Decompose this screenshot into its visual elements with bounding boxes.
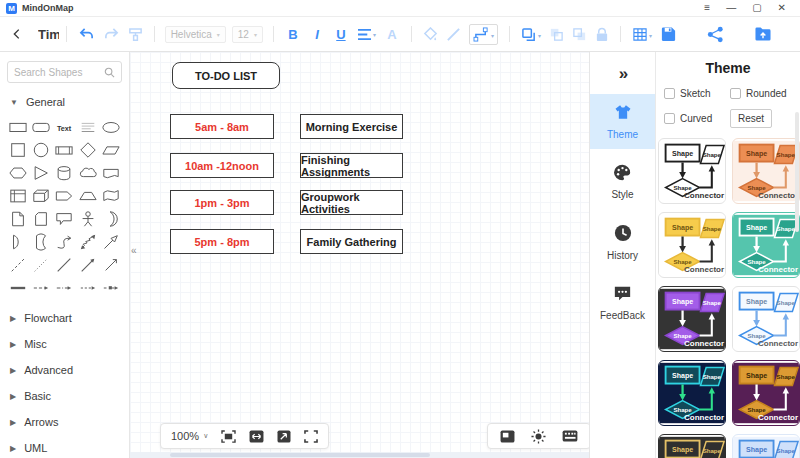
shape-semicircle[interactable]: [6, 232, 29, 251]
fit-selection-icon[interactable]: [221, 430, 236, 443]
theme-card-blue-outline[interactable]: Shape Shape Shape Connector: [732, 286, 800, 352]
shape-internal-storage[interactable]: [6, 186, 29, 205]
theme-card-charcoal-gold[interactable]: Shape Shape Shape Connector: [658, 434, 726, 458]
node-todo-list[interactable]: TO-DO LIST: [172, 62, 280, 89]
shape-rounded-rectangle[interactable]: [29, 117, 52, 136]
shape-square[interactable]: [6, 140, 29, 159]
checkbox-rounded[interactable]: Rounded: [730, 88, 796, 99]
duplicate-icon[interactable]: ▾: [521, 27, 541, 42]
theme-card-orange[interactable]: Shape Shape Shape Connector: [732, 138, 800, 204]
menu-icon[interactable]: ≡: [704, 3, 710, 13]
shape-arrow-line[interactable]: [76, 255, 99, 274]
sidebar-section-general[interactable]: ▼ General: [0, 89, 129, 115]
node-time[interactable]: 5pm - 8pm: [170, 229, 274, 254]
sidebar-section-arrows[interactable]: ▶Arrows: [0, 409, 129, 435]
node-task[interactable]: Finishing Assignments: [300, 153, 403, 178]
sidebar-section-basic[interactable]: ▶Basic: [0, 383, 129, 409]
node-time[interactable]: 1pm - 3pm: [170, 190, 274, 215]
shape-cloud[interactable]: [76, 163, 99, 182]
shape-text[interactable]: Text: [53, 117, 76, 136]
search-input[interactable]: [14, 67, 104, 78]
line-style-icon[interactable]: [446, 27, 461, 42]
minimap-icon[interactable]: [500, 430, 515, 443]
sidebar-section-advanced[interactable]: ▶Advanced: [0, 357, 129, 383]
shape-line[interactable]: [53, 255, 76, 274]
shape-flag[interactable]: [100, 186, 123, 205]
share-icon[interactable]: [707, 26, 724, 43]
shape-cylinder[interactable]: [53, 163, 76, 182]
node-task[interactable]: Family Gathering: [300, 229, 403, 254]
underline-icon[interactable]: U: [333, 27, 349, 42]
connector-type-icon[interactable]: ▾: [469, 24, 498, 45]
theme-card-charcoal-purple[interactable]: Shape Shape Shape Connector: [658, 286, 726, 352]
search-shapes-box[interactable]: [7, 61, 122, 83]
shape-process[interactable]: [53, 140, 76, 159]
scrollbar-thumb[interactable]: [170, 453, 430, 457]
checkbox-sketch[interactable]: Sketch: [664, 88, 730, 99]
bring-forward-icon[interactable]: [549, 27, 564, 42]
shape-curve-arrow[interactable]: [53, 232, 76, 251]
shape-dashed-arrow[interactable]: [76, 278, 99, 297]
shape-dotted-line[interactable]: [29, 255, 52, 274]
bold-icon[interactable]: B: [285, 27, 301, 42]
document-title[interactable]: Time ...: [38, 27, 59, 42]
theme-card-classic[interactable]: Shape Shape Shape Connector: [658, 138, 726, 204]
shape-callout[interactable]: [53, 209, 76, 228]
tab-feedback[interactable]: FeedBack: [590, 276, 655, 330]
tab-theme[interactable]: Theme: [590, 94, 655, 149]
reset-button[interactable]: Reset: [730, 109, 772, 128]
fit-page-icon[interactable]: [277, 430, 291, 443]
shape-document[interactable]: [6, 209, 29, 228]
shape-textbox[interactable]: [76, 117, 99, 136]
shape-thick-line[interactable]: [6, 278, 29, 297]
horizontal-scrollbar[interactable]: [130, 452, 589, 458]
node-task[interactable]: Groupwork Activities: [300, 190, 403, 215]
sidebar-section-misc[interactable]: ▶Misc: [0, 331, 129, 357]
node-time[interactable]: 5am - 8am: [170, 114, 274, 139]
tab-history[interactable]: History: [590, 215, 655, 270]
shape-trapezoid[interactable]: [76, 186, 99, 205]
font-color-icon[interactable]: A: [384, 27, 400, 42]
sidebar-section-flowchart[interactable]: ▶Flowchart: [0, 305, 129, 331]
collapse-sidebar-icon[interactable]: «: [131, 245, 137, 256]
sidebar-section-uml[interactable]: ▶UML: [0, 435, 129, 458]
fit-width-icon[interactable]: [249, 430, 264, 443]
theme-card-light-blue[interactable]: Shape Shape Shape Connector: [732, 434, 800, 458]
font-family-select[interactable]: Helvetica▾: [165, 26, 226, 43]
save-icon[interactable]: [660, 26, 677, 43]
shape-double-arrow[interactable]: [76, 232, 99, 251]
fullscreen-icon[interactable]: [304, 430, 318, 443]
shape-crescent[interactable]: [100, 209, 123, 228]
undo-icon[interactable]: [78, 27, 95, 42]
theme-card-yellow[interactable]: Shape Shape Shape Connector: [658, 212, 726, 278]
maximize-icon[interactable]: ▢: [752, 3, 761, 13]
node-task[interactable]: Morning Exercise: [300, 114, 403, 139]
fill-color-icon[interactable]: [423, 27, 438, 42]
redo-icon[interactable]: [103, 27, 120, 42]
shape-cube[interactable]: [29, 186, 52, 205]
shape-hexagon[interactable]: [6, 163, 29, 182]
shape-square-arrow[interactable]: [100, 278, 123, 297]
collapse-panel-icon[interactable]: »: [590, 52, 655, 94]
brightness-icon[interactable]: [531, 429, 546, 444]
minimize-icon[interactable]: —: [726, 3, 736, 13]
shape-diamond[interactable]: [76, 140, 99, 159]
export-folder-icon[interactable]: [754, 26, 772, 42]
theme-card-teal[interactable]: Shape Shape Shape Connector: [732, 212, 800, 278]
text-align-icon[interactable]: ▾: [357, 28, 376, 41]
shape-parallelogram[interactable]: [100, 140, 123, 159]
shape-block-arrow[interactable]: [100, 232, 123, 251]
vertical-scrollbar[interactable]: [795, 112, 799, 232]
font-size-select[interactable]: 12▾: [232, 26, 263, 43]
shape-circle[interactable]: [29, 140, 52, 159]
shape-triangle[interactable]: [29, 163, 52, 182]
shape-card[interactable]: [29, 209, 52, 228]
format-painter-icon[interactable]: [128, 27, 143, 42]
node-time[interactable]: 10am -12noon: [170, 153, 274, 178]
lock-icon[interactable]: [595, 27, 609, 42]
shape-dash-dot-arrow[interactable]: [53, 278, 76, 297]
zoom-level-select[interactable]: 100%∨: [171, 430, 208, 442]
shape-dash-arrow[interactable]: [29, 278, 52, 297]
shape-actor[interactable]: [76, 209, 99, 228]
grid-icon[interactable]: ▾: [632, 27, 652, 42]
